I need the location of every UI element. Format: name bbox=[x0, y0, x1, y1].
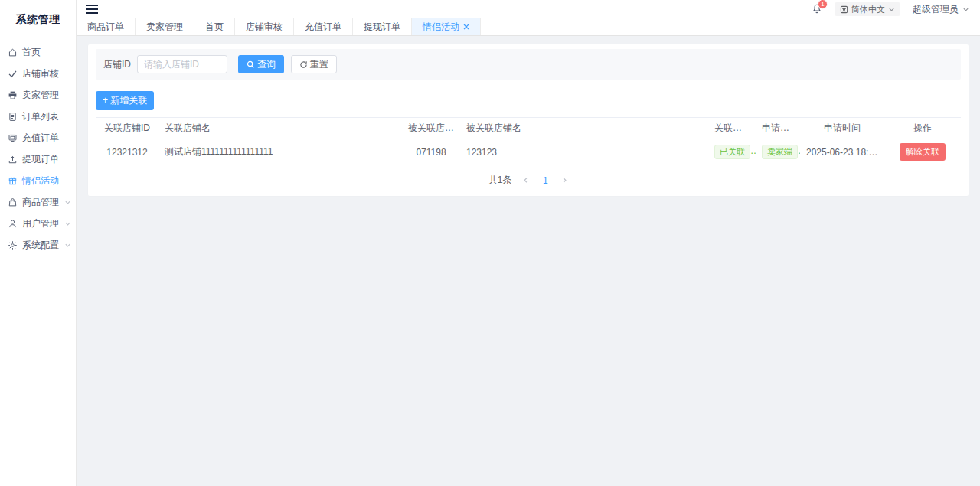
col-linked-shop-id: 被关联店铺ID bbox=[402, 118, 460, 139]
home-icon bbox=[8, 47, 18, 57]
app-title: 系统管理 bbox=[0, 0, 76, 40]
tab-label: 充值订单 bbox=[305, 21, 341, 34]
tabbar: 商品订单 卖家管理 首页 店铺审核 充值订单 提现订单 情侣活动 bbox=[77, 18, 980, 36]
table-row: 12321312 测试店铺1111111111111111 071198 123… bbox=[96, 139, 961, 165]
sidebar-item-order-list[interactable]: 订单列表 bbox=[0, 106, 76, 127]
tab-label: 情侣活动 bbox=[423, 21, 459, 34]
remove-association-button[interactable]: 解除关联 bbox=[900, 143, 946, 161]
gear-icon bbox=[8, 240, 18, 250]
sidebar-item-label: 订单列表 bbox=[22, 110, 59, 123]
tab-recharge-orders[interactable]: 充值订单 bbox=[294, 18, 353, 35]
user-icon bbox=[8, 219, 18, 229]
cell-linked-shop-id: 071198 bbox=[402, 139, 460, 165]
next-page-icon[interactable] bbox=[561, 177, 568, 184]
col-actions: 操作 bbox=[884, 118, 961, 139]
language-icon bbox=[840, 5, 848, 14]
tab-label: 商品订单 bbox=[87, 21, 124, 34]
sidebar-item-recharge-orders[interactable]: 充值订单 bbox=[0, 127, 76, 148]
sidebar-menu: 首页 店铺审核 卖家管理 订单列表 充值订单 提现订单 bbox=[0, 40, 76, 256]
document-icon bbox=[8, 112, 18, 122]
printer-icon bbox=[8, 90, 18, 100]
recharge-icon bbox=[8, 133, 18, 143]
shop-id-label: 店铺ID bbox=[103, 58, 131, 71]
tab-goods-orders[interactable]: 商品订单 bbox=[77, 18, 136, 35]
withdraw-icon bbox=[8, 155, 18, 165]
filter-bar: 店铺ID 查询 重置 bbox=[96, 49, 961, 80]
language-label: 简体中文 bbox=[851, 4, 885, 15]
page-number[interactable]: 1 bbox=[540, 175, 550, 186]
refresh-icon bbox=[299, 60, 308, 69]
col-apply-method: 申请方式 bbox=[756, 118, 800, 139]
sidebar-item-label: 首页 bbox=[22, 46, 41, 59]
sidebar-item-home[interactable]: 首页 bbox=[0, 41, 76, 63]
sidebar-item-label: 用户管理 bbox=[22, 217, 59, 230]
apply-method-badge: 卖家端 bbox=[762, 145, 798, 159]
search-icon bbox=[247, 60, 255, 69]
collapse-sidebar-icon[interactable] bbox=[86, 4, 98, 15]
sidebar-item-label: 提现订单 bbox=[22, 153, 59, 166]
sidebar-item-goods-management[interactable]: 商品管理 bbox=[0, 191, 76, 213]
tab-home[interactable]: 首页 bbox=[194, 18, 235, 35]
notification-button[interactable]: 1 bbox=[812, 3, 822, 15]
association-table: 关联店铺ID 关联店铺名 被关联店铺ID 被关联店铺名 关联状态 申请方式 申请… bbox=[96, 117, 961, 165]
sidebar-item-system-config[interactable]: 系统配置 bbox=[0, 234, 76, 256]
close-tab-icon[interactable] bbox=[463, 24, 469, 30]
topbar-right: 1 简体中文 超级管理员 bbox=[812, 2, 969, 16]
search-button-label: 查询 bbox=[257, 58, 276, 71]
tab-label: 提现订单 bbox=[364, 21, 400, 34]
sidebar-item-label: 情侣活动 bbox=[22, 175, 59, 188]
main-area: 1 简体中文 超级管理员 商品订单 卖家管理 首页 店铺审核 充值订单 提现订单 bbox=[77, 0, 980, 486]
chevron-down-icon bbox=[888, 6, 895, 13]
tab-shop-audit[interactable]: 店铺审核 bbox=[235, 18, 294, 35]
chevron-down-icon bbox=[64, 220, 71, 227]
sidebar-item-shop-audit[interactable]: 店铺审核 bbox=[0, 63, 76, 84]
content-area: 店铺ID 查询 重置 + 新增关联 bbox=[77, 36, 980, 486]
language-selector[interactable]: 简体中文 bbox=[835, 2, 900, 16]
user-role-label: 超级管理员 bbox=[913, 3, 959, 16]
tab-withdraw-orders[interactable]: 提现订单 bbox=[353, 18, 412, 35]
gift-icon bbox=[8, 176, 18, 186]
cell-linked-shop-name: 123123 bbox=[460, 139, 708, 165]
sidebar-item-label: 系统配置 bbox=[22, 239, 59, 252]
sidebar-item-couple-activity[interactable]: 情侣活动 bbox=[0, 170, 76, 191]
tab-couple-activity[interactable]: 情侣活动 bbox=[412, 18, 481, 35]
reset-button-label: 重置 bbox=[310, 58, 328, 71]
status-badge: 已关联 bbox=[714, 145, 750, 159]
content-card: 店铺ID 查询 重置 + 新增关联 bbox=[88, 44, 969, 196]
reset-button[interactable]: 重置 bbox=[291, 55, 337, 73]
sidebar-item-label: 充值订单 bbox=[22, 132, 59, 145]
notification-badge: 1 bbox=[818, 0, 828, 9]
sidebar-item-seller-management[interactable]: 卖家管理 bbox=[0, 84, 76, 106]
cell-apply-time: 2025-06-23 18:54:39 bbox=[800, 139, 884, 165]
col-status: 关联状态 bbox=[708, 118, 756, 139]
chevron-down-icon bbox=[962, 6, 969, 13]
pagination-total: 共1条 bbox=[488, 174, 512, 187]
search-button[interactable]: 查询 bbox=[238, 55, 284, 73]
check-icon bbox=[8, 69, 18, 79]
bag-icon bbox=[8, 197, 18, 207]
sidebar-item-user-management[interactable]: 用户管理 bbox=[0, 213, 76, 234]
col-linked-shop-name: 被关联店铺名 bbox=[460, 118, 708, 139]
sidebar-item-label: 商品管理 bbox=[22, 196, 59, 209]
tab-label: 店铺审核 bbox=[246, 21, 283, 34]
chevron-down-icon bbox=[64, 199, 71, 206]
col-link-shop-name: 关联店铺名 bbox=[158, 118, 402, 139]
chevron-down-icon bbox=[64, 242, 71, 249]
col-apply-time: 申请时间 bbox=[800, 118, 884, 139]
shop-id-input[interactable] bbox=[137, 55, 227, 73]
sidebar-item-label: 卖家管理 bbox=[22, 89, 59, 102]
prev-page-icon[interactable] bbox=[522, 177, 529, 184]
sidebar-item-withdraw-orders[interactable]: 提现订单 bbox=[0, 148, 76, 170]
cell-link-shop-name: 测试店铺1111111111111111 bbox=[158, 139, 402, 165]
tab-seller-management[interactable]: 卖家管理 bbox=[136, 18, 194, 35]
col-link-shop-id: 关联店铺ID bbox=[96, 118, 158, 139]
sidebar: 系统管理 首页 店铺审核 卖家管理 订单列表 充值订单 bbox=[0, 0, 77, 486]
topbar: 1 简体中文 超级管理员 bbox=[77, 0, 980, 18]
app-layout: 系统管理 首页 店铺审核 卖家管理 订单列表 充值订单 bbox=[0, 0, 980, 486]
tab-label: 卖家管理 bbox=[146, 21, 183, 34]
add-association-button[interactable]: + 新增关联 bbox=[96, 91, 154, 110]
tab-label: 首页 bbox=[205, 21, 224, 34]
sidebar-item-label: 店铺审核 bbox=[22, 67, 59, 80]
user-menu[interactable]: 超级管理员 bbox=[913, 3, 969, 16]
pagination: 共1条 1 bbox=[96, 174, 961, 187]
